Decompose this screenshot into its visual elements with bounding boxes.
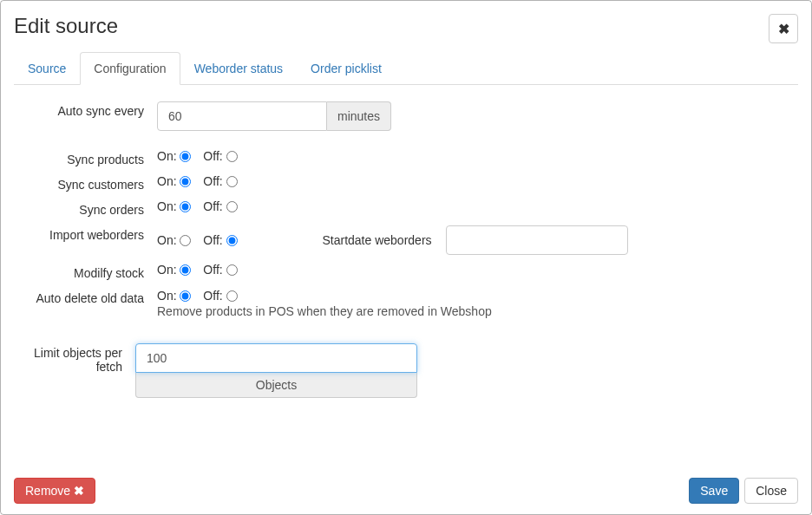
modify-stock-off-radio[interactable] [226, 264, 238, 276]
sync-customers-row: Sync customers On: Off: [14, 172, 798, 192]
auto-delete-row: Auto delete old data On: Off: Remove pro… [14, 285, 798, 318]
on-label: On: [157, 174, 193, 188]
close-x-button[interactable]: ✖ [769, 14, 798, 43]
tab-order-picklist: Order picklist [297, 52, 396, 85]
tab-weborder-status-link[interactable]: Weborder status [180, 52, 297, 85]
import-weborders-row: Import weborders On: Off: Startdate webo… [14, 222, 798, 255]
on-label: On: [157, 289, 193, 303]
sync-customers-off-radio[interactable] [226, 176, 238, 187]
import-weborders-label: Import weborders [14, 222, 157, 242]
tab-configuration: Configuration [80, 52, 180, 85]
auto-delete-help: Remove products in POS when they are rem… [157, 304, 798, 318]
close-icon: ✖ [778, 21, 789, 37]
tab-source-link[interactable]: Source [14, 52, 80, 85]
sync-orders-on-radio[interactable] [180, 201, 191, 212]
auto-delete-on-radio[interactable] [180, 290, 191, 302]
configuration-form: Auto sync every minutes Sync products On… [14, 98, 798, 398]
modal-body: Source Configuration Weborder status Ord… [1, 52, 811, 453]
tab-list: Source Configuration Weborder status Ord… [14, 52, 798, 85]
sync-orders-off-radio[interactable] [226, 201, 238, 212]
limit-objects-row: Limit objects per fetch Objects [14, 340, 422, 398]
import-weborders-off-radio[interactable] [226, 235, 238, 246]
edit-source-modal: Edit source ✖ Source Configuration Webor… [0, 0, 812, 515]
auto-sync-label: Auto sync every [14, 98, 157, 118]
tab-weborder-status: Weborder status [180, 52, 297, 85]
off-label: Off: [203, 174, 239, 188]
save-button[interactable]: Save [689, 478, 739, 504]
modal-header: Edit source ✖ [1, 1, 811, 52]
modify-stock-label: Modilfy stock [14, 260, 157, 280]
auto-sync-row: Auto sync every minutes [14, 98, 798, 131]
off-label: Off: [203, 149, 239, 163]
limit-objects-input[interactable] [135, 343, 417, 373]
off-label: Off: [203, 199, 239, 213]
modify-stock-row: Modilfy stock On: Off: [14, 260, 798, 280]
on-label: On: [157, 233, 193, 247]
startdate-weborders-input[interactable] [446, 225, 628, 255]
auto-sync-input[interactable] [157, 101, 327, 131]
sync-customers-on-radio[interactable] [180, 176, 191, 187]
tab-configuration-link[interactable]: Configuration [80, 52, 180, 85]
tab-order-picklist-link[interactable]: Order picklist [297, 52, 396, 85]
footer-right-buttons: Save Close [689, 478, 798, 504]
on-label: On: [157, 263, 193, 277]
sync-orders-row: Sync orders On: Off: [14, 197, 798, 217]
sync-products-off-radio[interactable] [226, 151, 238, 162]
on-label: On: [157, 199, 193, 213]
limit-objects-label: Limit objects per fetch [14, 340, 135, 374]
sync-products-label: Sync products [14, 147, 157, 166]
sync-products-row: Sync products On: Off: [14, 147, 798, 166]
minutes-addon: minutes [327, 101, 391, 131]
off-label: Off: [203, 233, 239, 247]
remove-icon: ✖ [74, 484, 84, 498]
auto-sync-input-group: minutes [157, 101, 391, 131]
modal-footer: Remove ✖ Save Close [1, 467, 811, 514]
sync-orders-label: Sync orders [14, 197, 157, 217]
sync-customers-label: Sync customers [14, 172, 157, 192]
off-label: Off: [203, 263, 239, 277]
close-button[interactable]: Close [744, 478, 798, 504]
import-weborders-on-radio[interactable] [180, 235, 191, 246]
startdate-weborders-label: Startdate weborders [255, 233, 437, 247]
auto-delete-label: Auto delete old data [14, 285, 157, 305]
objects-addon: Objects [135, 373, 417, 398]
on-label: On: [157, 149, 193, 163]
auto-delete-off-radio[interactable] [226, 290, 238, 302]
off-label: Off: [203, 289, 239, 303]
horizontal-scrollbar[interactable] [1, 453, 811, 467]
modal-title: Edit source [14, 14, 798, 39]
modify-stock-on-radio[interactable] [180, 264, 191, 276]
tab-source: Source [14, 52, 80, 85]
sync-products-on-radio[interactable] [180, 151, 191, 162]
remove-button[interactable]: Remove ✖ [14, 478, 95, 504]
